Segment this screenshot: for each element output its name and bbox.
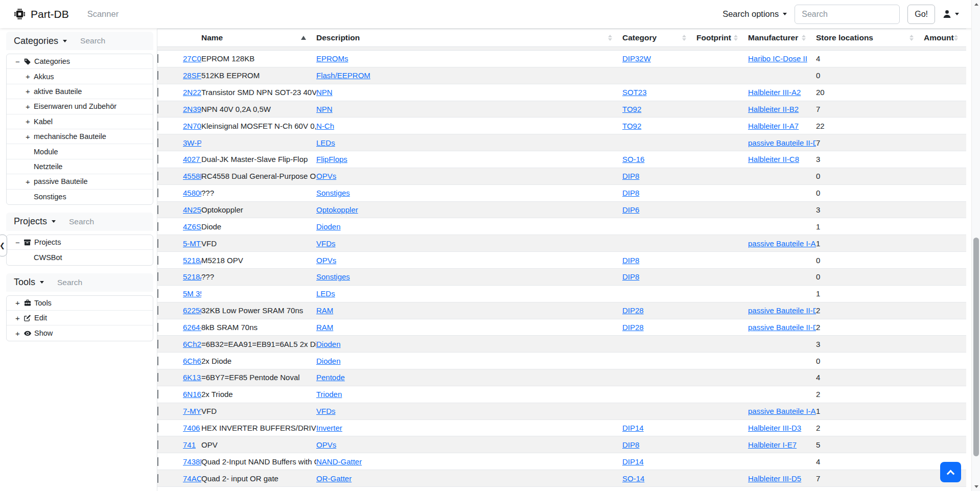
row-checkbox[interactable] (157, 340, 158, 348)
store-location-link[interactable]: Halbleiter II-C8 (748, 155, 799, 163)
row-checkbox[interactable] (157, 105, 158, 113)
sidebar-item-akkus[interactable]: +Akkus (7, 69, 153, 84)
part-name-link[interactable]: 27C010A (183, 54, 201, 63)
row-checkbox[interactable] (157, 272, 158, 281)
part-name-link[interactable]: 5218A (183, 272, 201, 281)
sidebar-section-title-dropdown[interactable]: Categories (14, 36, 67, 46)
category-link[interactable]: NAND-Gatter (316, 457, 362, 466)
sidebar-item-eisenwaren-und-zubeh-r[interactable]: +Eisenwaren und Zubehör (7, 99, 153, 114)
part-name-link[interactable]: 7406 (183, 424, 200, 432)
category-link[interactable]: Sonstiges (316, 189, 350, 197)
part-name-link[interactable]: 4027 SMD (183, 155, 201, 163)
part-name-link[interactable]: 4N25 (183, 205, 201, 214)
category-link[interactable]: Sonstiges (316, 272, 350, 281)
part-name-link[interactable]: 2N3904 (183, 105, 201, 113)
expand-plus-icon[interactable]: + (15, 330, 20, 337)
sidebar-collapse-button[interactable]: ❮ (0, 235, 7, 256)
part-name-link[interactable]: 7-MY-03ZK (183, 407, 201, 415)
sidebar-item-module[interactable]: Module (7, 144, 153, 159)
category-link[interactable]: NPN (316, 105, 333, 113)
row-checkbox[interactable] (157, 323, 158, 332)
expand-plus-icon[interactable]: + (25, 103, 31, 110)
footprint-link[interactable]: DIP8 (622, 272, 639, 281)
row-checkbox[interactable] (157, 440, 158, 449)
collapse-minus-icon[interactable]: − (15, 239, 20, 246)
row-checkbox[interactable] (157, 306, 158, 315)
row-checkbox[interactable] (157, 122, 158, 130)
sidebar-projects-search-input[interactable] (69, 217, 135, 226)
footprint-link[interactable]: SOT23 (622, 88, 647, 97)
part-name-link[interactable]: 6Ch6S 6X6C (183, 357, 201, 365)
category-link[interactable]: OR-Gatter (316, 474, 352, 483)
part-name-link[interactable]: 4Z6S 4Ц63 (183, 222, 201, 231)
column-header-category[interactable]: Category (622, 33, 696, 42)
footprint-link[interactable]: DIP8 (622, 172, 639, 180)
store-location-link[interactable]: Halbleiter III-D3 (748, 424, 801, 432)
global-search-input[interactable] (795, 5, 900, 24)
scrollbar-thumb[interactable] (973, 238, 979, 456)
row-checkbox[interactable] (157, 256, 158, 265)
row-checkbox[interactable] (157, 373, 158, 382)
column-header-footprint[interactable]: Footprint (696, 33, 748, 42)
scrollbar-up-arrow-icon[interactable] (972, 0, 980, 9)
sidebar-item-show[interactable]: +Show (7, 325, 153, 340)
category-link[interactable]: N-Ch (316, 122, 334, 130)
footprint-link[interactable]: DIP14 (622, 424, 644, 432)
category-link[interactable]: VFDs (316, 407, 336, 415)
category-link[interactable]: OPVs (316, 440, 336, 449)
category-link[interactable]: Trioden (316, 390, 342, 399)
part-name-link[interactable]: 5218A (183, 256, 201, 265)
sidebar-item-netzteile[interactable]: Netzteile (7, 159, 153, 174)
expand-plus-icon[interactable]: + (25, 118, 31, 125)
category-link[interactable]: Pentode (316, 373, 345, 382)
row-checkbox[interactable] (157, 71, 158, 80)
category-link[interactable]: NPN (316, 88, 333, 97)
footprint-link[interactable]: DIP28 (622, 306, 644, 315)
footprint-link[interactable]: DIP6 (622, 205, 639, 214)
sidebar-categories-search-input[interactable] (80, 36, 147, 45)
store-location-link[interactable]: Halbleiter I-E7 (748, 440, 797, 449)
row-checkbox[interactable] (157, 88, 158, 97)
category-link[interactable]: Optokoppler (316, 205, 358, 214)
part-name-link[interactable]: 28SF040 (183, 71, 201, 80)
store-location-link[interactable]: Halbleiter III-A2 (748, 88, 801, 97)
row-checkbox[interactable] (157, 172, 158, 180)
row-checkbox[interactable] (157, 222, 158, 231)
category-link[interactable]: LEDs (316, 138, 335, 147)
part-name-link[interactable]: 74AC32 SMD (183, 474, 201, 483)
search-go-button[interactable]: Go! (907, 5, 935, 24)
footprint-link[interactable]: DIP32W (622, 54, 651, 63)
store-location-link[interactable]: passive Bauteile II-D5 (748, 138, 816, 147)
category-link[interactable]: Dioden (316, 357, 341, 365)
part-name-link[interactable]: 6N16B 6Н16Б (183, 390, 201, 399)
category-link[interactable]: OPVs (316, 172, 336, 180)
column-header-manufacturer[interactable]: Manufacturer (748, 33, 816, 42)
store-location-link[interactable]: passive Bauteile I-A3 (748, 407, 816, 415)
part-name-link[interactable]: 3W-Power LEDs (183, 138, 201, 147)
store-location-link[interactable]: Halbleiter II-B2 (748, 105, 799, 113)
brand-home-link[interactable]: Part-DB (14, 8, 69, 20)
expand-plus-icon[interactable]: + (25, 178, 31, 185)
store-location-link[interactable]: Halbleiter III-D5 (748, 474, 801, 483)
footprint-link[interactable]: TO92 (622, 122, 641, 130)
row-checkbox[interactable] (157, 457, 158, 466)
sidebar-section-title-dropdown[interactable]: Projects (14, 216, 56, 227)
expand-plus-icon[interactable]: + (25, 133, 31, 141)
user-menu-dropdown[interactable] (943, 10, 959, 18)
store-location-link[interactable]: Halbleiter II-A7 (748, 122, 799, 130)
footprint-link[interactable]: SO-14 (622, 474, 644, 483)
scrollbar-down-arrow-icon[interactable] (972, 482, 980, 491)
part-name-link[interactable]: 2N2222A SMD (183, 88, 201, 97)
footprint-link[interactable]: TO92 (622, 105, 641, 113)
expand-plus-icon[interactable]: + (15, 314, 20, 322)
row-checkbox[interactable] (157, 390, 158, 399)
sidebar-item-cwsbot[interactable]: CWSBot (7, 250, 153, 265)
sidebar-item-tools[interactable]: +Tools (7, 296, 153, 311)
footprint-link[interactable]: DIP8 (622, 256, 639, 265)
row-checkbox[interactable] (157, 289, 158, 298)
search-options-dropdown[interactable]: Search options (722, 9, 787, 19)
footprint-link[interactable]: SO-16 (622, 155, 644, 163)
sidebar-section-title-dropdown[interactable]: Tools (14, 277, 44, 288)
row-checkbox[interactable] (157, 155, 158, 163)
category-link[interactable]: VFDs (316, 239, 336, 248)
